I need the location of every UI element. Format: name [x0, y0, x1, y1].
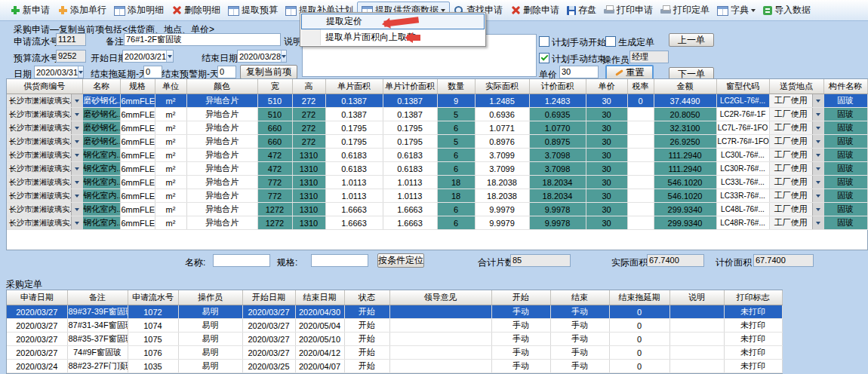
tax-cell[interactable]: [627, 216, 654, 230]
toolbar-extract-budget[interactable]: 提取预算: [224, 2, 282, 19]
column-header[interactable]: 数量: [437, 79, 475, 94]
qty-cell[interactable]: 6: [437, 216, 475, 230]
tax-cell[interactable]: [627, 203, 654, 216]
piece-area-cell[interactable]: 0.1387: [325, 108, 383, 121]
height-cell[interactable]: 272: [292, 135, 325, 149]
column-header[interactable]: 单片计价面积: [383, 79, 437, 94]
column-header[interactable]: 高: [292, 79, 325, 94]
color-cell[interactable]: 异地合片: [186, 162, 257, 176]
toolbar-add-detail[interactable]: 添加明细: [110, 2, 168, 19]
part-name-cell[interactable]: 固玻: [823, 216, 867, 230]
order-begin-cell[interactable]: 手动: [491, 333, 550, 346]
order-printed-cell[interactable]: 未打印: [724, 346, 782, 360]
order-end-cell[interactable]: 2020/05/10: [295, 333, 344, 346]
amount-cell[interactable]: 111.2940: [654, 149, 716, 162]
order-note-cell[interactable]: [669, 346, 724, 360]
tax-cell[interactable]: [627, 176, 654, 189]
reset-button[interactable]: 重置: [605, 65, 654, 80]
order-remark-cell[interactable]: 88#35-37F窗固玻: [67, 333, 128, 346]
order-serial-cell[interactable]: 1035: [128, 360, 178, 373]
toolbar-print-order[interactable]: 打印定单: [657, 2, 713, 19]
chevron-down-icon[interactable]: [71, 176, 82, 189]
order-delay-cell[interactable]: 0: [609, 333, 669, 346]
width-cell[interactable]: 510: [257, 94, 292, 108]
order-delay-cell[interactable]: 0: [609, 346, 669, 360]
qty-cell[interactable]: 5: [437, 135, 475, 149]
amount-cell[interactable]: 299.9340: [654, 203, 716, 216]
unit-cell[interactable]: m²: [155, 94, 186, 108]
width-cell[interactable]: 472: [257, 162, 292, 176]
qty-cell[interactable]: 18: [437, 176, 475, 189]
unit-cell[interactable]: m²: [155, 189, 186, 203]
order-serial-cell[interactable]: 1072: [128, 305, 178, 319]
height-cell[interactable]: 1310: [292, 203, 325, 216]
order-opinion-cell[interactable]: [389, 360, 491, 373]
priced-area-cell[interactable]: 1.0770: [529, 121, 586, 135]
order-start-cell[interactable]: 2020/03/25: [242, 360, 295, 373]
unit-price-cell[interactable]: 30: [586, 189, 627, 203]
delay-field[interactable]: 0: [143, 66, 162, 78]
amount-cell[interactable]: 20.8050: [654, 108, 716, 121]
piece-priced-area-cell[interactable]: 1.0113: [383, 189, 437, 203]
tax-cell[interactable]: [627, 108, 654, 121]
order-row[interactable]: 2020/03/27 89#37-39F窗固玻 1072 易明 2020/03/…: [7, 305, 782, 319]
chevron-down-icon[interactable]: [812, 149, 823, 161]
part-name-cell[interactable]: 固玻: [823, 108, 867, 121]
order-row[interactable]: 2020/03/27 74#9F窗固玻 1076 易明 2020/03/27 2…: [7, 346, 782, 360]
order-row[interactable]: 2020/03/27 88#35-37F窗固玻 1075 易明 2020/03/…: [7, 333, 782, 346]
amount-cell[interactable]: 111.2940: [654, 162, 716, 176]
unit-cell[interactable]: m²: [155, 135, 186, 149]
delivery-cell[interactable]: 工厂使用: [769, 176, 823, 189]
order-start-cell[interactable]: 2020/03/27: [242, 333, 295, 346]
column-header[interactable]: 金额: [654, 79, 716, 94]
column-header[interactable]: 规格: [120, 79, 155, 94]
name-cell[interactable]: 钢化室内...: [82, 149, 120, 162]
column-header[interactable]: 领导意见: [389, 290, 491, 305]
unit-cell[interactable]: m²: [155, 203, 186, 216]
piece-area-cell[interactable]: 0.6183: [325, 162, 383, 176]
height-cell[interactable]: 272: [292, 121, 325, 135]
serial-field[interactable]: 1121: [56, 33, 86, 46]
window-code-cell[interactable]: LC33L-76#...: [716, 176, 769, 189]
unit-price-cell[interactable]: 30: [586, 135, 627, 149]
piece-priced-area-cell[interactable]: 0.1795: [383, 135, 437, 149]
order-finish-cell[interactable]: 手动: [550, 333, 609, 346]
date-combo[interactable]: 2020/03/31: [34, 66, 84, 78]
amount-cell[interactable]: 546.1020: [654, 189, 716, 203]
column-header[interactable]: 打印标志: [724, 290, 782, 305]
column-header[interactable]: 窗型代码: [716, 79, 769, 94]
copy-current-button[interactable]: 复制当前项: [240, 65, 297, 79]
priced-area-cell[interactable]: 9.9978: [529, 216, 586, 230]
height-cell[interactable]: 272: [292, 108, 325, 121]
order-remark-cell[interactable]: 87#31-34F窗固玻: [67, 319, 128, 333]
order-printed-cell[interactable]: 未打印: [724, 360, 782, 373]
column-header[interactable]: 单位: [155, 79, 186, 94]
height-cell[interactable]: 1310: [292, 176, 325, 189]
piece-area-cell[interactable]: 1.0113: [325, 189, 383, 203]
toolbar-import-data[interactable]: 导入数据: [759, 2, 814, 19]
width-cell[interactable]: 1272: [257, 216, 292, 230]
order-printed-cell[interactable]: 未打印: [724, 305, 782, 319]
chevron-down-icon[interactable]: [812, 94, 823, 107]
unit-price-cell[interactable]: 30: [586, 108, 627, 121]
name-cell[interactable]: 钢化室内...: [82, 189, 120, 203]
piece-area-cell[interactable]: 1.6663: [325, 216, 383, 230]
delivery-cell[interactable]: 工厂使用: [769, 216, 823, 230]
table-row[interactable]: 长沙市潇湘玻璃实... 钢化室内... 6mmFLE... m² 异地合片 12…: [7, 203, 867, 216]
unit-cell[interactable]: m²: [155, 121, 186, 135]
width-cell[interactable]: 510: [257, 108, 292, 121]
order-date-cell[interactable]: 2020/03/27: [7, 333, 67, 346]
filter-name-input[interactable]: [213, 254, 270, 267]
order-operator-cell[interactable]: 易明: [178, 333, 242, 346]
chevron-down-icon[interactable]: [71, 94, 82, 107]
qty-cell[interactable]: 5: [437, 108, 475, 121]
height-cell[interactable]: 1310: [292, 162, 325, 176]
unit-cell[interactable]: m²: [155, 149, 186, 162]
width-cell[interactable]: 660: [257, 135, 292, 149]
tax-cell[interactable]: [627, 121, 654, 135]
order-status-cell[interactable]: 开始: [344, 305, 389, 319]
toolbar-dictionary[interactable]: 字典: [713, 2, 759, 19]
column-header[interactable]: 计价面积: [529, 79, 586, 94]
name-cell[interactable]: 磨砂钢化...: [82, 94, 120, 108]
supplier-cell[interactable]: 长沙市潇湘玻璃实...: [7, 203, 82, 216]
